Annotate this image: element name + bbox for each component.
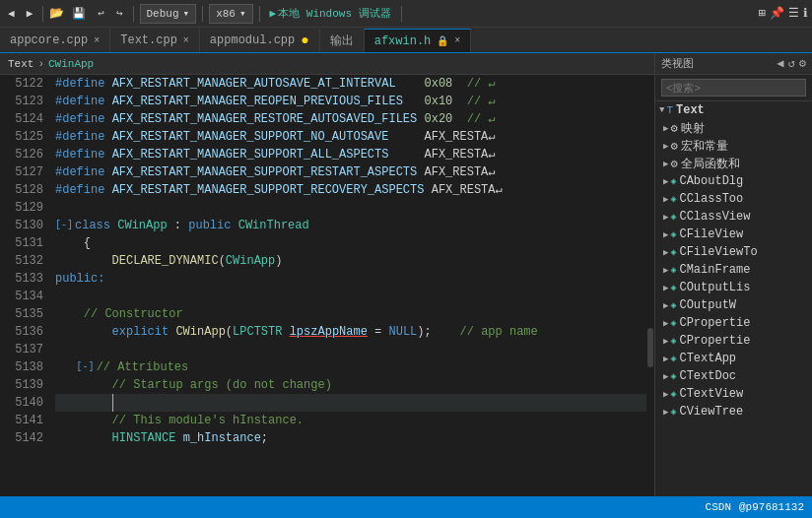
debug-dropdown[interactable]: Debug ▾ [140, 4, 197, 24]
label-ctextapp: CTextApp [679, 352, 736, 365]
code-line-5137 [55, 341, 646, 358]
tab-appmodul[interactable]: appmodul.cpp ● [200, 29, 320, 52]
code-content[interactable]: #define AFX_RESTART_MANAGER_AUTOSAVE_AT_… [51, 75, 646, 496]
tree-item-ctextdoc[interactable]: ▶ ◈ CTextDoc [655, 367, 812, 385]
icon-cfileview: ◈ [670, 228, 676, 240]
search-input[interactable] [661, 79, 806, 97]
collapse-btn-5138[interactable]: [-] [77, 358, 95, 376]
code-line-5126: #define AFX_RESTART_MANAGER_SUPPORT_ALL_… [55, 146, 646, 163]
label-cfileviewto: CFileViewTo [679, 245, 757, 259]
platform-dropdown[interactable]: x86 ▾ [209, 4, 252, 24]
status-user: @p97681132 [739, 501, 804, 513]
tree-item-caboutdlg[interactable]: ▶ ◈ CAboutDlg [655, 172, 812, 190]
code-line-5129 [55, 199, 646, 217]
back-icon[interactable]: ◀ [4, 5, 19, 22]
forward-icon[interactable]: ▶ [23, 5, 37, 22]
label-ctextdoc: CTextDoc [679, 369, 736, 383]
icon-coutputlis: ◈ [670, 282, 676, 293]
tree-expand-root: ▼ [659, 105, 664, 115]
lock-icon: 🔒 [437, 35, 448, 47]
code-panel: Text › CWinApp 5122 5123 5124 5125 5126 … [0, 53, 654, 496]
tab-output[interactable]: 输出 [320, 29, 365, 52]
settings-icon: ☰ [788, 6, 799, 21]
search-box [655, 75, 812, 101]
class-tree: ▼ T Text ▶ ⚙ 映射 ▶ ⚙ 宏和常量 ▶ ⚙ 全局函数和 [655, 101, 812, 496]
tree-item-macro[interactable]: ▶ ⚙ 宏和常量 [655, 137, 812, 155]
icon-cclasstoo: ◈ [670, 193, 676, 205]
icon-cmainframe: ◈ [670, 264, 676, 276]
expand-global: ▶ [663, 159, 668, 169]
tree-item-cproperties1[interactable]: ▶ ◈ CPropertie [655, 314, 812, 332]
expand-cproperties1: ▶ [663, 318, 668, 329]
collapse-btn-5130[interactable]: [-] [55, 217, 73, 234]
undo-icon[interactable]: ↩ [94, 5, 108, 22]
tree-item-coutputlis[interactable]: ▶ ◈ COutputLis [655, 279, 812, 296]
chevron-down-icon: ▾ [183, 7, 190, 20]
close-tab-afxwin[interactable]: × [454, 35, 460, 46]
save-icon[interactable]: 💾 [68, 5, 90, 22]
code-scrollbar[interactable] [646, 75, 654, 496]
label-cviewtree: CViewTree [679, 405, 743, 419]
code-line-5136: explicit CWinApp(LPCTSTR lpszAppName = N… [55, 323, 646, 341]
tab-afxwin[interactable]: afxwin.h 🔒 × [365, 29, 472, 52]
label-coutputlis: COutputLis [679, 281, 750, 294]
tree-item-cproperties2[interactable]: ▶ ◈ CPropertie [655, 332, 812, 350]
tab-textcpp[interactable]: Text.cpp × [110, 29, 200, 52]
settings-panel-icon[interactable]: ⚙ [799, 56, 806, 71]
tree-item-global[interactable]: ▶ ⚙ 全局函数和 [655, 155, 812, 172]
chevron-down-icon-2: ▾ [239, 7, 246, 20]
code-line-5124: #define AFX_RESTART_MANAGER_RESTORE_AUTO… [55, 110, 646, 128]
code-line-5133: public: [55, 270, 646, 288]
tree-item-coutputw[interactable]: ▶ ◈ COutputW [655, 296, 812, 314]
toolbar-sep-2 [133, 6, 134, 22]
tab-appcore[interactable]: appcore.cpp × [0, 29, 110, 52]
tree-item-ctextapp[interactable]: ▶ ◈ CTextApp [655, 350, 812, 367]
tab-label-appcore: appcore.cpp [10, 33, 88, 47]
toolbar-sep-3 [202, 6, 203, 22]
expand-mapping: ▶ [663, 123, 668, 134]
code-line-5138: [-]// Attributes [55, 358, 646, 376]
status-bar: CSDN @p97681132 [0, 496, 812, 518]
right-panel: 类视图 ◀ ↺ ⚙ ▼ T Text ▶ ⚙ 映射 [654, 53, 812, 496]
expand-cfileview: ▶ [663, 229, 668, 240]
scrollbar-thumb [647, 328, 653, 367]
tree-item-cclassview[interactable]: ▶ ◈ CClassView [655, 208, 812, 226]
folder-icon: 📂 [49, 6, 64, 21]
tab-label-appmodul: appmodul.cpp [210, 33, 295, 47]
code-line-5128: #define AFX_RESTART_MANAGER_SUPPORT_RECO… [55, 181, 646, 199]
expand-cviewtree: ▶ [663, 407, 668, 418]
tree-item-cviewtree[interactable]: ▶ ◈ CViewTree [655, 403, 812, 421]
refresh-panel-icon[interactable]: ↺ [788, 56, 795, 71]
code-line-5139: // Startup args (do not change) [55, 376, 646, 394]
redo-icon[interactable]: ↪ [112, 5, 127, 22]
tree-item-ctextview[interactable]: ▶ ◈ CTextView [655, 385, 812, 403]
expand-coutputw: ▶ [663, 300, 668, 311]
label-cmainframe: CMainFrame [679, 263, 750, 277]
line-numbers: 5122 5123 5124 5125 5126 5127 5128 5129 … [0, 75, 51, 496]
code-editor[interactable]: 5122 5123 5124 5125 5126 5127 5128 5129 … [0, 75, 654, 496]
icon-global: ⚙ [670, 157, 677, 171]
code-line-5122: #define AFX_RESTART_MANAGER_AUTOSAVE_AT_… [55, 75, 646, 93]
icon-cproperties2: ◈ [670, 335, 676, 347]
label-coutputw: COutputW [679, 298, 736, 312]
run-button[interactable]: ▶ 本地 Windows 调试器 [266, 4, 395, 23]
back-panel-icon[interactable]: ◀ [777, 56, 783, 71]
code-line-5142: HINSTANCE m_hInstance; [55, 429, 646, 447]
label-cproperties1: CPropertie [679, 316, 750, 330]
label-cclasstoo: CClassToo [679, 192, 743, 206]
close-tab-textcpp[interactable]: × [183, 35, 189, 46]
tree-item-mapping[interactable]: ▶ ⚙ 映射 [655, 119, 812, 137]
close-tab-appcore[interactable]: × [94, 35, 100, 46]
expand-cmainframe: ▶ [663, 265, 668, 276]
tree-item-cfileviewto[interactable]: ▶ ◈ CFileViewTo [655, 243, 812, 261]
breadcrumb-left: Text [8, 58, 34, 70]
tree-root-text[interactable]: ▼ T Text [655, 101, 812, 119]
tree-item-cclasstoo[interactable]: ▶ ◈ CClassToo [655, 190, 812, 208]
tree-item-cfileview[interactable]: ▶ ◈ CFileView [655, 226, 812, 243]
label-macro: 宏和常量 [681, 138, 728, 155]
icon-ctextview: ◈ [670, 388, 676, 400]
tree-item-cmainframe[interactable]: ▶ ◈ CMainFrame [655, 261, 812, 279]
tab-label-afxwin: afxwin.h [374, 34, 432, 48]
code-line-5135: // Constructor [55, 305, 646, 323]
expand-ctextview: ▶ [663, 389, 668, 400]
